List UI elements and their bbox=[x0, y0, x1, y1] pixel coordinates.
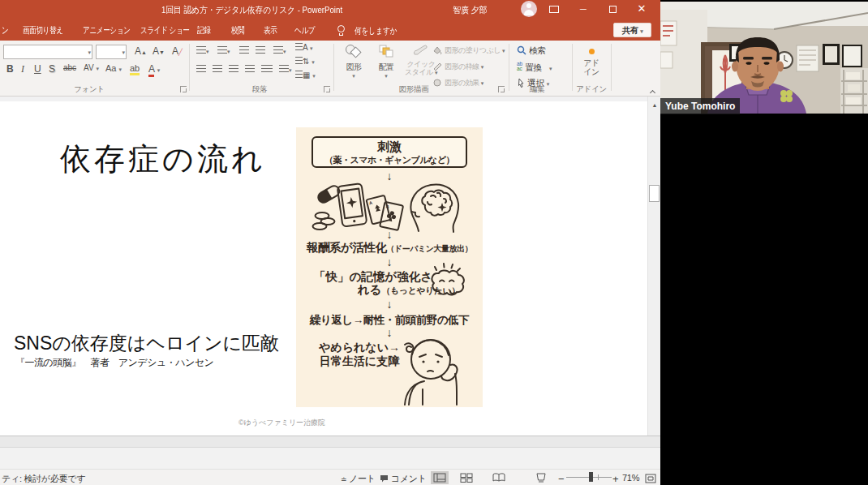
notes-button[interactable]: ≐ ノート bbox=[341, 473, 376, 485]
italic-button[interactable]: I bbox=[21, 63, 24, 75]
bullets-button[interactable]: ▾ bbox=[196, 45, 209, 56]
shrink-font-button[interactable]: A▼ bbox=[153, 45, 165, 57]
text-shadow-button[interactable]: S bbox=[49, 63, 55, 75]
line-spacing-button[interactable]: ▾ bbox=[273, 45, 286, 56]
dropdown-icon[interactable]: ▾ bbox=[88, 49, 91, 56]
video-tile[interactable]: Yube Tomohiro bbox=[660, 0, 868, 116]
highlight-color-button[interactable]: ab bbox=[130, 63, 140, 75]
text-direction-button[interactable]: A ▾ bbox=[295, 43, 312, 52]
grow-font-button[interactable]: A▲ bbox=[135, 45, 147, 57]
find-button[interactable]: 検索 bbox=[517, 45, 546, 57]
columns-button[interactable] bbox=[261, 63, 273, 75]
clear-formatting-button[interactable]: A╱ bbox=[172, 45, 183, 57]
ribbon-display-options-icon bbox=[549, 6, 559, 13]
tab-help[interactable]: ヘルプ bbox=[294, 24, 315, 36]
decrease-indent-button[interactable] bbox=[239, 45, 249, 56]
add-column-button[interactable]: ▾ bbox=[279, 63, 292, 75]
collapse-ribbon-button[interactable] bbox=[649, 89, 657, 96]
align-center-button[interactable] bbox=[213, 63, 222, 75]
fit-to-window-button[interactable] bbox=[642, 472, 660, 485]
character-spacing-button[interactable]: AV ▾ bbox=[84, 63, 99, 72]
close-button[interactable]: ✕ bbox=[630, 0, 654, 18]
slideshow-view-button[interactable] bbox=[532, 471, 550, 484]
paragraph-dialog-launcher[interactable] bbox=[324, 86, 330, 92]
account-user-name[interactable]: 智廣 夕部 bbox=[453, 4, 487, 16]
normal-view-icon bbox=[433, 473, 446, 483]
font-color-button[interactable]: A ▾ bbox=[148, 63, 160, 75]
tab-design-partial[interactable]: ン bbox=[2, 24, 8, 36]
paragraph-group-label: 段落 bbox=[235, 84, 284, 95]
zoom-slider-thumb[interactable] bbox=[589, 472, 593, 482]
status-bar: ティ: 検討が必要です ≐ ノート コメント − + 71% bbox=[0, 469, 660, 485]
share-button[interactable]: 共有 ▾ bbox=[613, 23, 651, 37]
addiction-flow-diagram[interactable]: 刺激 （薬・スマホ・ギャンブルなど） ↓ bbox=[296, 127, 483, 407]
shapes-icon bbox=[345, 44, 363, 58]
down-arrow: ↓ bbox=[296, 298, 483, 311]
convert-smartart-button[interactable]: ▦ ▾ bbox=[295, 71, 316, 79]
slide-title[interactable]: 依存症の流れ bbox=[60, 139, 266, 180]
restore-icon bbox=[609, 6, 617, 13]
scrollbar-thumb[interactable] bbox=[649, 185, 660, 202]
accessibility-status[interactable]: ティ: 検討が必要です bbox=[2, 473, 85, 485]
slide-book-text[interactable]: 『一流の頭脳』 著者 アンデシュ・ハンセン bbox=[15, 356, 213, 370]
align-text-button[interactable]: ⇅ ▾ bbox=[295, 57, 315, 66]
shape-outline-icon bbox=[432, 62, 443, 71]
drawing-dialog-launcher[interactable] bbox=[498, 86, 505, 92]
step-reward: 報酬系が活性化（ドーパミン大量放出） bbox=[296, 240, 483, 255]
dropdown-icon[interactable]: ▾ bbox=[122, 49, 125, 56]
normal-view-button[interactable] bbox=[431, 471, 449, 484]
addin-button[interactable]: アドイン bbox=[574, 47, 608, 76]
tab-slideshow[interactable]: スライド ショー bbox=[140, 24, 190, 36]
change-case-button[interactable]: Aa ▾ bbox=[105, 63, 122, 73]
justify-button[interactable] bbox=[245, 63, 255, 75]
font-size-combo[interactable]: ▾ bbox=[96, 45, 127, 59]
font-name-combo[interactable]: ▾ bbox=[3, 45, 92, 59]
vertical-scrollbar[interactable]: ▲ ▲ ▼ bbox=[647, 97, 660, 468]
ribbon-display-options-button[interactable] bbox=[542, 0, 566, 18]
tab-review[interactable]: 校閲 bbox=[231, 24, 244, 36]
bold-button[interactable]: B bbox=[6, 63, 14, 75]
tell-me-search[interactable]: 何をしますか bbox=[355, 25, 397, 37]
find-icon bbox=[517, 45, 526, 55]
slide-credit-text[interactable]: ©ゆうべファミリー治療院 bbox=[238, 418, 325, 428]
shape-outline-button[interactable]: 図形の枠線 ▾ bbox=[432, 62, 483, 72]
align-left-button[interactable] bbox=[196, 63, 206, 75]
window-title: 1回目 認め方・デジタル依存のリスク - PowerPoint bbox=[161, 4, 342, 16]
stimuli-icons: A A bbox=[309, 181, 471, 233]
comments-button[interactable]: コメント bbox=[380, 473, 427, 485]
slide-sns-text[interactable]: SNSの依存度はヘロインに匹敵 bbox=[14, 331, 279, 356]
minimize-button[interactable]: ─ bbox=[571, 0, 595, 18]
zoom-in-button[interactable]: + bbox=[612, 473, 618, 485]
drawing-group-label: 図形描画 bbox=[385, 84, 442, 95]
strikethrough-button[interactable]: abc bbox=[63, 63, 76, 72]
video-scene bbox=[660, 2, 868, 114]
shape-fill-button[interactable]: 図形の塗りつぶし ▾ bbox=[432, 45, 505, 56]
underline-button[interactable]: U bbox=[34, 63, 41, 75]
align-right-button[interactable] bbox=[229, 63, 238, 75]
numbering-button[interactable]: ▾ bbox=[217, 45, 230, 56]
tab-transitions[interactable]: 画面切り替え bbox=[23, 24, 63, 36]
scroll-up-button[interactable]: ▲ bbox=[650, 100, 660, 110]
font-dialog-launcher[interactable] bbox=[180, 86, 187, 92]
reading-view-icon bbox=[492, 473, 505, 483]
replace-button[interactable]: abac 置換 ▾ bbox=[517, 62, 552, 74]
participant-name-label: Yube Tomohiro bbox=[660, 98, 740, 114]
increase-indent-button[interactable] bbox=[256, 45, 265, 56]
tell-me-bulb-icon bbox=[337, 25, 346, 36]
arrange-button[interactable]: 配置 ▾ bbox=[372, 44, 401, 79]
zoom-level[interactable]: 71% bbox=[622, 473, 639, 483]
shapes-button[interactable]: 図形 ▾ bbox=[339, 44, 368, 79]
avatar[interactable] bbox=[521, 1, 537, 17]
slide-sorter-view-button[interactable] bbox=[458, 471, 475, 484]
reading-view-button[interactable] bbox=[490, 471, 508, 484]
tab-view[interactable]: 表示 bbox=[264, 24, 277, 36]
tab-animations[interactable]: アニメーション bbox=[83, 24, 131, 36]
video-room bbox=[660, 2, 868, 114]
stimulus-subtitle: （薬・スマホ・ギャンブルなど） bbox=[313, 154, 466, 166]
tab-record[interactable]: 記録 bbox=[197, 24, 210, 36]
zoom-out-button[interactable]: − bbox=[558, 473, 564, 485]
slide-canvas[interactable]: 依存症の流れ SNSの依存度はヘロインに匹敵 『一流の頭脳』 著者 アンデシュ・… bbox=[0, 97, 660, 436]
card-rank: A bbox=[368, 200, 372, 206]
quick-styles-icon bbox=[412, 44, 430, 57]
restore-button[interactable] bbox=[600, 0, 625, 18]
